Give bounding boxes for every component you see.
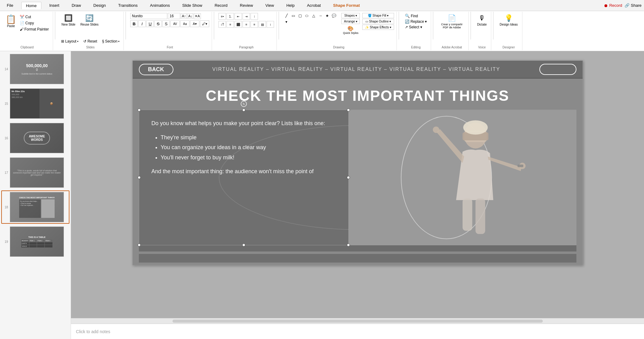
change-case-button[interactable]: Aa xyxy=(180,20,189,27)
tab-design[interactable]: Design xyxy=(89,2,110,9)
sel-dot-br[interactable] xyxy=(347,243,350,247)
scrollbar-thumb[interactable] xyxy=(172,320,543,323)
slide-image[interactable] xyxy=(349,110,576,245)
cut-button[interactable]: ✂️ Cut xyxy=(18,14,50,20)
font-shrink-button[interactable]: A↓ xyxy=(187,13,193,19)
decrease-indent-button[interactable]: ⇤ xyxy=(235,13,242,20)
reuse-slides-button[interactable]: 🔄 Reuse Slides xyxy=(78,13,100,27)
shape-callout[interactable]: 💬 xyxy=(331,13,337,18)
tab-home[interactable]: Home xyxy=(21,2,41,9)
horizontal-scrollbar[interactable] xyxy=(71,318,644,324)
sel-dot-tr[interactable] xyxy=(347,108,350,112)
quick-styles-button[interactable]: 🎨 Quick Styles xyxy=(341,25,360,35)
back-button[interactable]: BACK xyxy=(139,64,173,75)
copy-button[interactable]: 📄 Copy xyxy=(18,20,50,26)
shape-ellipse[interactable]: ⬭ xyxy=(304,13,310,18)
shape-arrow[interactable]: → xyxy=(317,13,323,18)
sel-dot-bl[interactable] xyxy=(138,243,141,247)
shape-rect[interactable]: ▭ xyxy=(290,13,296,18)
slide-thumb-16[interactable]: 16 AWESOME WORDS xyxy=(1,121,69,155)
justify-button[interactable]: ▤ xyxy=(259,21,266,28)
clear-format-button[interactable]: ✕A xyxy=(194,13,201,19)
shape-chevron-down[interactable]: ▾ xyxy=(283,19,289,25)
tab-acrobat[interactable]: Acrobat xyxy=(303,2,325,9)
font-color-button[interactable]: A▾ xyxy=(190,20,199,27)
new-slide-button[interactable]: 🔲 New Slide xyxy=(60,13,77,27)
shape-line[interactable]: ╱ xyxy=(283,13,289,18)
sel-dot-bm[interactable] xyxy=(242,243,245,247)
replace-button[interactable]: 🔄 Replace ▾ xyxy=(403,19,428,24)
shape-effects-button[interactable]: ✨ Shape Effects ▾ xyxy=(362,25,394,30)
columns-button[interactable]: ⫶ xyxy=(251,13,258,20)
font-size-input[interactable] xyxy=(168,13,180,19)
design-ideas-button[interactable]: 💡 Design Ideas xyxy=(498,13,519,27)
slide-thumb-17[interactable]: 17 "This is a quote, words full of wisdo… xyxy=(1,156,69,189)
bold-button[interactable]: B xyxy=(130,20,138,27)
tab-help[interactable]: Help xyxy=(282,2,299,9)
shadow-button[interactable]: S xyxy=(162,20,170,27)
slide-thumb-19[interactable]: 19 THIS IS A TABLE MEMORY ITEM 1 ITEM 2 … xyxy=(1,225,69,258)
slides-panel: 14 500,000,00 0 Subtitle text in the cur… xyxy=(0,51,71,339)
numbering-button[interactable]: 1. xyxy=(226,13,234,20)
content-textbox[interactable]: ↻ Do you know what helps you make your p… xyxy=(139,110,349,245)
tab-view[interactable]: View xyxy=(261,2,278,9)
align-text-button[interactable]: ≡ xyxy=(226,21,234,28)
record-button[interactable]: ⏺ Record xyxy=(604,3,622,8)
font-grow-button[interactable]: A↑ xyxy=(181,13,187,19)
shape-star[interactable]: ★ xyxy=(324,13,330,18)
tab-file[interactable]: File xyxy=(2,2,18,9)
rotation-handle[interactable]: ↻ xyxy=(241,101,247,107)
find-label: Find xyxy=(411,14,418,18)
char-spacing-button[interactable]: AV xyxy=(170,20,180,27)
find-button[interactable]: 🔍 Find xyxy=(403,13,419,19)
format-painter-button[interactable]: 🖌 Format Painter xyxy=(18,27,50,32)
slide-thumb-14[interactable]: 14 500,000,00 0 Subtitle text in the cur… xyxy=(1,52,69,86)
font-name-input[interactable] xyxy=(130,13,167,19)
bullets-button[interactable]: ≡• xyxy=(218,13,226,20)
tab-review[interactable]: Review xyxy=(235,2,257,9)
underline-button[interactable]: U xyxy=(146,20,154,27)
layout-button[interactable]: ⊞ Layout ▾ xyxy=(60,39,80,44)
italic-button[interactable]: I xyxy=(138,20,146,27)
tab-draw[interactable]: Draw xyxy=(67,2,85,9)
tab-animations[interactable]: Animations xyxy=(146,2,174,9)
create-share-pdf-button[interactable]: 📄 Crear y compartir PDF de Adobe xyxy=(438,13,466,30)
arrange-button[interactable]: Arrange ▾ xyxy=(341,19,360,24)
shape-fill-button[interactable]: 🪣 Shape Fill ▾ xyxy=(362,13,394,18)
shapes-button[interactable]: Shapes ▾ xyxy=(341,13,360,18)
tab-shape-format[interactable]: Shape Format xyxy=(329,2,364,9)
tab-slideshow[interactable]: Slide Show xyxy=(178,2,206,9)
line-spacing-button[interactable]: ↕ xyxy=(267,21,274,28)
share-button[interactable]: 🔗 Share xyxy=(625,3,642,8)
sel-dot-tm[interactable] xyxy=(242,108,245,112)
align-left-button[interactable]: ⬛ xyxy=(235,21,242,28)
sel-dot-tl[interactable] xyxy=(138,108,141,112)
notes-bar[interactable]: Click to add notes xyxy=(71,324,644,339)
shape-outline-button[interactable]: ▭ Shape Outline ▾ xyxy=(362,19,394,24)
sel-dot-ml[interactable] xyxy=(138,176,141,179)
shape-triangle[interactable]: △ xyxy=(310,13,317,18)
highlight-button[interactable]: 🖊▾ xyxy=(200,20,209,27)
content-list: They're simple You can organize your ide… xyxy=(152,133,336,162)
select-button[interactable]: ↗ Select ▾ xyxy=(403,24,423,30)
tab-transitions[interactable]: Transitions xyxy=(114,2,142,9)
align-center-button[interactable]: ≡ xyxy=(243,21,250,28)
tab-insert[interactable]: Insert xyxy=(45,2,64,9)
text-direction-button[interactable]: ↕T xyxy=(218,21,226,28)
tab-record[interactable]: Record xyxy=(210,2,232,9)
align-right-button[interactable]: ≡ xyxy=(251,21,258,28)
voice-group: 🎙 Dictate Voice xyxy=(473,12,491,50)
increase-indent-button[interactable]: ⇥ xyxy=(243,13,250,20)
section-button[interactable]: § Section ▾ xyxy=(101,39,121,44)
reset-button[interactable]: ↺ Reset xyxy=(82,39,98,44)
shape-rounded[interactable]: ▢ xyxy=(297,13,303,18)
dictate-button[interactable]: 🎙 Dictate xyxy=(475,13,488,27)
oval-button[interactable] xyxy=(539,64,576,75)
cut-icon: ✂️ xyxy=(20,15,24,19)
sel-dot-mr[interactable] xyxy=(347,176,350,179)
slide-thumb-18[interactable]: 18 CHECK THE MOST IMPORTANT THINGS Do yo… xyxy=(1,190,69,224)
paste-button[interactable]: 📋 Paste xyxy=(4,13,18,29)
strikethrough-button[interactable]: S xyxy=(154,20,162,27)
slide-thumb-15[interactable]: 15 9h 55m 23s 333,000 386,000 km 📦 xyxy=(1,87,69,120)
ribbon-separator-5 xyxy=(399,12,399,39)
